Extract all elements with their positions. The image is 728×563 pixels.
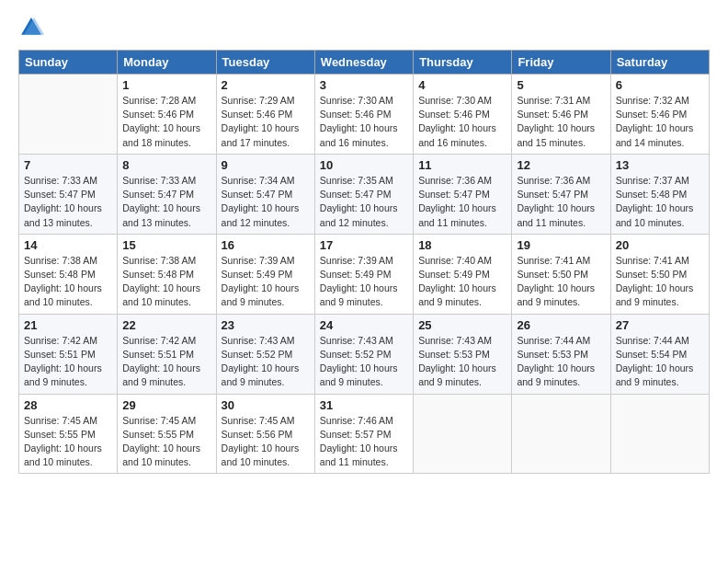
calendar-cell: 31Sunrise: 7:46 AMSunset: 5:57 PMDayligh… (314, 394, 413, 474)
day-number: 23 (222, 318, 310, 332)
calendar-week-3: 14Sunrise: 7:38 AMSunset: 5:48 PMDayligh… (19, 234, 710, 314)
calendar-cell: 6Sunrise: 7:32 AMSunset: 5:46 PMDaylight… (610, 75, 709, 155)
day-info: Sunrise: 7:35 AMSunset: 5:47 PMDaylight:… (320, 174, 408, 230)
day-number: 20 (616, 238, 704, 252)
day-number: 5 (517, 78, 605, 92)
day-info: Sunrise: 7:33 AMSunset: 5:47 PMDaylight:… (122, 174, 210, 230)
day-number: 1 (122, 78, 210, 92)
day-number: 24 (320, 318, 408, 332)
day-number: 11 (418, 158, 506, 172)
day-number: 2 (222, 78, 310, 92)
day-number: 12 (517, 158, 605, 172)
day-info: Sunrise: 7:39 AMSunset: 5:49 PMDaylight:… (320, 254, 408, 310)
day-number: 16 (222, 238, 310, 252)
calendar-cell: 22Sunrise: 7:42 AMSunset: 5:51 PMDayligh… (118, 314, 216, 394)
calendar-cell: 26Sunrise: 7:44 AMSunset: 5:53 PMDayligh… (512, 314, 610, 394)
calendar-cell: 17Sunrise: 7:39 AMSunset: 5:49 PMDayligh… (314, 234, 413, 314)
day-number: 13 (616, 158, 704, 172)
day-number: 9 (222, 158, 310, 172)
day-number: 28 (24, 398, 112, 412)
day-info: Sunrise: 7:41 AMSunset: 5:50 PMDaylight:… (517, 254, 605, 310)
day-info: Sunrise: 7:36 AMSunset: 5:47 PMDaylight:… (517, 174, 605, 230)
day-number: 10 (320, 158, 408, 172)
calendar-cell: 4Sunrise: 7:30 AMSunset: 5:46 PMDaylight… (414, 75, 512, 155)
day-info: Sunrise: 7:43 AMSunset: 5:52 PMDaylight:… (320, 334, 408, 390)
day-info: Sunrise: 7:34 AMSunset: 5:47 PMDaylight:… (222, 174, 310, 230)
day-info: Sunrise: 7:36 AMSunset: 5:47 PMDaylight:… (418, 174, 506, 230)
calendar-cell: 16Sunrise: 7:39 AMSunset: 5:49 PMDayligh… (216, 234, 314, 314)
header-wednesday: Wednesday (314, 51, 413, 75)
calendar-cell: 25Sunrise: 7:43 AMSunset: 5:53 PMDayligh… (414, 314, 512, 394)
calendar-header-row: SundayMondayTuesdayWednesdayThursdayFrid… (19, 51, 710, 75)
day-info: Sunrise: 7:41 AMSunset: 5:50 PMDaylight:… (616, 254, 704, 310)
page: SundayMondayTuesdayWednesdayThursdayFrid… (0, 0, 728, 563)
calendar-cell (610, 394, 709, 474)
day-info: Sunrise: 7:40 AMSunset: 5:49 PMDaylight:… (418, 254, 506, 310)
calendar-cell: 18Sunrise: 7:40 AMSunset: 5:49 PMDayligh… (414, 234, 512, 314)
day-info: Sunrise: 7:28 AMSunset: 5:46 PMDaylight:… (122, 94, 210, 150)
day-info: Sunrise: 7:39 AMSunset: 5:49 PMDaylight:… (222, 254, 310, 310)
header-saturday: Saturday (610, 51, 709, 75)
calendar-week-2: 7Sunrise: 7:33 AMSunset: 5:47 PMDaylight… (19, 154, 710, 234)
day-info: Sunrise: 7:43 AMSunset: 5:53 PMDaylight:… (418, 334, 506, 390)
day-info: Sunrise: 7:37 AMSunset: 5:48 PMDaylight:… (616, 174, 704, 230)
calendar-cell: 7Sunrise: 7:33 AMSunset: 5:47 PMDaylight… (19, 154, 118, 234)
header-thursday: Thursday (414, 51, 512, 75)
day-info: Sunrise: 7:45 AMSunset: 5:55 PMDaylight:… (122, 414, 210, 470)
calendar-cell: 30Sunrise: 7:45 AMSunset: 5:56 PMDayligh… (216, 394, 314, 474)
calendar-cell: 5Sunrise: 7:31 AMSunset: 5:46 PMDaylight… (512, 75, 610, 155)
calendar-cell: 28Sunrise: 7:45 AMSunset: 5:55 PMDayligh… (19, 394, 118, 474)
day-info: Sunrise: 7:30 AMSunset: 5:46 PMDaylight:… (418, 94, 506, 150)
header (18, 15, 710, 40)
day-number: 18 (418, 238, 506, 252)
calendar-cell: 1Sunrise: 7:28 AMSunset: 5:46 PMDaylight… (118, 75, 216, 155)
day-number: 27 (616, 318, 704, 332)
calendar-cell: 19Sunrise: 7:41 AMSunset: 5:50 PMDayligh… (512, 234, 610, 314)
calendar-cell: 8Sunrise: 7:33 AMSunset: 5:47 PMDaylight… (118, 154, 216, 234)
logo-icon (18, 15, 44, 40)
day-number: 7 (24, 158, 112, 172)
day-info: Sunrise: 7:38 AMSunset: 5:48 PMDaylight:… (122, 254, 210, 310)
day-number: 25 (418, 318, 506, 332)
day-info: Sunrise: 7:33 AMSunset: 5:47 PMDaylight:… (24, 174, 112, 230)
day-info: Sunrise: 7:38 AMSunset: 5:48 PMDaylight:… (24, 254, 112, 310)
header-friday: Friday (512, 51, 610, 75)
day-number: 29 (122, 398, 210, 412)
day-info: Sunrise: 7:43 AMSunset: 5:52 PMDaylight:… (222, 334, 310, 390)
calendar-cell: 12Sunrise: 7:36 AMSunset: 5:47 PMDayligh… (512, 154, 610, 234)
calendar-week-5: 28Sunrise: 7:45 AMSunset: 5:55 PMDayligh… (19, 394, 710, 474)
day-info: Sunrise: 7:44 AMSunset: 5:53 PMDaylight:… (517, 334, 605, 390)
day-number: 6 (616, 78, 704, 92)
day-number: 17 (320, 238, 408, 252)
calendar-cell: 2Sunrise: 7:29 AMSunset: 5:46 PMDaylight… (216, 75, 314, 155)
calendar-cell: 27Sunrise: 7:44 AMSunset: 5:54 PMDayligh… (610, 314, 709, 394)
calendar-cell: 29Sunrise: 7:45 AMSunset: 5:55 PMDayligh… (118, 394, 216, 474)
day-number: 21 (24, 318, 112, 332)
header-monday: Monday (118, 51, 216, 75)
day-info: Sunrise: 7:31 AMSunset: 5:46 PMDaylight:… (517, 94, 605, 150)
calendar-cell: 21Sunrise: 7:42 AMSunset: 5:51 PMDayligh… (19, 314, 118, 394)
day-number: 4 (418, 78, 506, 92)
day-info: Sunrise: 7:30 AMSunset: 5:46 PMDaylight:… (320, 94, 408, 150)
header-tuesday: Tuesday (216, 51, 314, 75)
calendar-cell: 14Sunrise: 7:38 AMSunset: 5:48 PMDayligh… (19, 234, 118, 314)
day-info: Sunrise: 7:29 AMSunset: 5:46 PMDaylight:… (222, 94, 310, 150)
calendar-cell: 13Sunrise: 7:37 AMSunset: 5:48 PMDayligh… (610, 154, 709, 234)
day-number: 22 (122, 318, 210, 332)
calendar-week-4: 21Sunrise: 7:42 AMSunset: 5:51 PMDayligh… (19, 314, 710, 394)
day-info: Sunrise: 7:32 AMSunset: 5:46 PMDaylight:… (616, 94, 704, 150)
day-number: 31 (320, 398, 408, 412)
calendar-cell: 15Sunrise: 7:38 AMSunset: 5:48 PMDayligh… (118, 234, 216, 314)
day-info: Sunrise: 7:42 AMSunset: 5:51 PMDaylight:… (24, 334, 112, 390)
calendar-cell: 10Sunrise: 7:35 AMSunset: 5:47 PMDayligh… (314, 154, 413, 234)
calendar-cell (414, 394, 512, 474)
calendar-cell: 24Sunrise: 7:43 AMSunset: 5:52 PMDayligh… (314, 314, 413, 394)
day-number: 15 (122, 238, 210, 252)
day-number: 19 (517, 238, 605, 252)
calendar-cell: 20Sunrise: 7:41 AMSunset: 5:50 PMDayligh… (610, 234, 709, 314)
day-number: 30 (222, 398, 310, 412)
calendar-cell (512, 394, 610, 474)
day-number: 8 (122, 158, 210, 172)
day-info: Sunrise: 7:45 AMSunset: 5:56 PMDaylight:… (222, 414, 310, 470)
logo (18, 15, 48, 40)
